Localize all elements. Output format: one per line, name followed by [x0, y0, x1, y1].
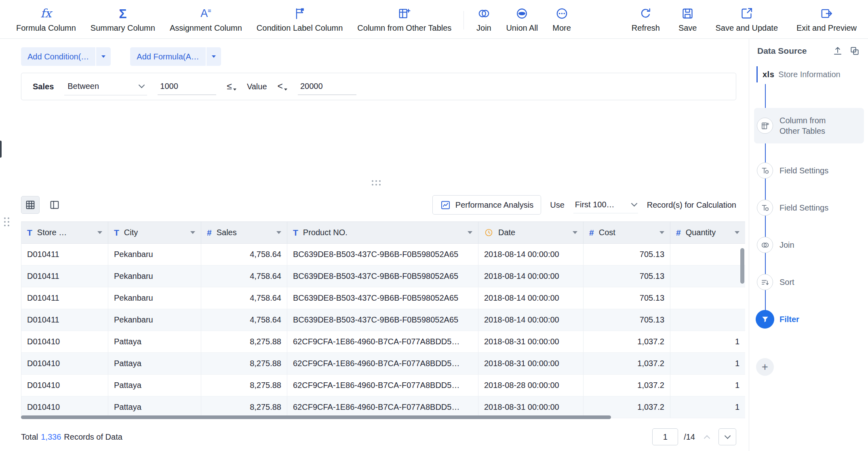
table-cell: 1	[670, 353, 745, 374]
pipeline-step-filter[interactable]: Filter	[749, 309, 868, 329]
next-page-button[interactable]	[718, 428, 736, 445]
table-cell: 4,758.64	[201, 309, 287, 331]
column-header-quantity[interactable]: #Quantity	[670, 222, 745, 243]
upload-icon[interactable]	[832, 46, 843, 56]
chevron-up-icon	[704, 435, 710, 441]
page-input[interactable]: 1	[652, 428, 678, 445]
column-menu-caret-icon[interactable]	[190, 231, 195, 234]
max-operator-select[interactable]: <	[278, 81, 287, 93]
toolbar-item-label: Summary Column	[91, 23, 155, 33]
prev-page-button[interactable]	[701, 428, 713, 445]
toolbar-item-save-and-update[interactable]: Save and Update	[715, 6, 778, 33]
add-condition-button[interactable]: Add Condition(…	[21, 47, 111, 66]
panel-view-icon	[49, 199, 60, 211]
table-row[interactable]: D010411Pekanbaru4,758.64BC639DE8-B503-43…	[21, 287, 745, 309]
table-cell: BC639DE8-B503-437C-9B6B-F0B598052A65	[287, 309, 478, 331]
splitter-handle[interactable]	[372, 180, 383, 188]
min-value-input[interactable]: 1000	[158, 78, 216, 95]
toolbar-item-union-all[interactable]: Union All	[506, 6, 538, 33]
grid-view-button[interactable]	[21, 196, 40, 214]
toolbar-item-assignment-column[interactable]: A=Assignment Column	[170, 6, 242, 33]
panel-view-button[interactable]	[45, 196, 64, 214]
column-header-city[interactable]: TCity	[108, 222, 201, 243]
table-cell: Pekanbaru	[108, 287, 201, 309]
more-icon	[554, 6, 569, 21]
total-records: Total 1,336 Records of Data	[21, 432, 122, 442]
left-drag-handle[interactable]	[4, 217, 11, 228]
toolbar-item-exit-and-preview[interactable]: Exit and Preview	[796, 6, 857, 33]
column-header-date[interactable]: Date	[478, 222, 584, 243]
table-cell: 2018-08-31 00:00:00	[478, 331, 584, 352]
table-toolbar: Performance Analysis Use First 100… Reco…	[21, 192, 745, 217]
column-label: Cost	[599, 228, 615, 237]
pipeline-step-join[interactable]: Join	[749, 235, 868, 255]
table-row[interactable]: D010410Pattaya8,275.8862CF9CFA-1E86-4960…	[21, 396, 745, 418]
add-condition-label[interactable]: Add Condition(…	[21, 47, 95, 66]
table-cell: 8,275.88	[201, 353, 287, 374]
toolbar-item-join[interactable]: Join	[476, 6, 491, 33]
table-cell: 1,037.2	[584, 353, 670, 374]
panel-collapse-handle[interactable]	[0, 141, 2, 158]
toolbar-item-formula-column[interactable]: fxFormula Column	[16, 6, 76, 33]
toolbar-item-save[interactable]: Save	[678, 6, 697, 33]
toolbar-item-summary-column[interactable]: ΣSummary Column	[91, 6, 155, 33]
performance-analysis-button[interactable]: Performance Analysis	[432, 195, 541, 215]
toolbar-item-label: Refresh	[632, 23, 660, 33]
table-row[interactable]: D010410Pattaya8,275.8862CF9CFA-1E86-4960…	[21, 353, 745, 375]
table-cell: 62CF9CFA-1E86-4960-B7CA-F077A8BDD5…	[287, 331, 478, 352]
operator-select[interactable]: Between	[64, 78, 147, 95]
table-row[interactable]: D010410Pattaya8,275.8862CF9CFA-1E86-4960…	[21, 331, 745, 353]
vertical-scrollbar[interactable]	[740, 248, 744, 284]
record-range-select[interactable]: First 100…	[573, 196, 638, 213]
table-cell: BC639DE8-B503-437C-9B6B-F0B598052A65	[287, 244, 478, 265]
table-row[interactable]: D010411Pekanbaru4,758.64BC639DE8-B503-43…	[21, 309, 745, 331]
column-menu-caret-icon[interactable]	[468, 231, 472, 234]
add-formula-dropdown[interactable]	[206, 47, 221, 66]
horizontal-scrollbar[interactable]	[21, 415, 611, 419]
column-menu-caret-icon[interactable]	[659, 231, 664, 234]
column-menu-caret-icon[interactable]	[276, 231, 281, 234]
table-cell: 1,037.2	[584, 375, 670, 396]
source-item[interactable]: xls Store Information	[756, 66, 868, 82]
toolbar-item-refresh[interactable]: Refresh	[632, 6, 660, 33]
add-step-button[interactable]: +	[756, 358, 774, 376]
pipeline-steps: Column from Other TablesField SettingsFi…	[749, 108, 868, 329]
table-header-row: TStore …TCity#SalesTProduct NO.Date#Cost…	[21, 221, 745, 244]
toolbar-item-condition-label-column[interactable]: Condition Label Column	[257, 6, 343, 33]
table-cell: D010411	[21, 266, 108, 287]
table-row[interactable]: D010411Pekanbaru4,758.64BC639DE8-B503-43…	[21, 266, 745, 287]
value-label: Value	[247, 82, 267, 91]
max-value-input[interactable]: 20000	[298, 78, 356, 95]
step-label: Filter	[780, 314, 799, 325]
step-label: Column from Other Tables	[780, 115, 840, 136]
column-menu-caret-icon[interactable]	[97, 231, 102, 234]
pipeline-step-column-from-other-tables[interactable]: Column from Other Tables	[754, 108, 864, 143]
column-header-store[interactable]: TStore …	[21, 222, 108, 243]
layout-switch-icon[interactable]	[849, 46, 860, 56]
column-header-sales[interactable]: #Sales	[201, 222, 287, 243]
total-count-link[interactable]: 1,336	[41, 432, 61, 442]
min-operator-select[interactable]: ≤	[227, 81, 236, 93]
column-header-product-no[interactable]: TProduct NO.	[287, 222, 478, 243]
add-formula-label[interactable]: Add Formula(A…	[130, 47, 206, 66]
table-row[interactable]: D010410Pattaya8,275.8862CF9CFA-1E86-4960…	[21, 375, 745, 396]
toolbar-item-more[interactable]: More	[552, 6, 571, 33]
table-cell: 62CF9CFA-1E86-4960-B7CA-F077A8BDD5…	[287, 375, 478, 396]
add-formula-button[interactable]: Add Formula(A…	[130, 47, 221, 66]
total-prefix: Total	[21, 432, 38, 442]
table-plus-icon	[757, 118, 773, 134]
pipeline-step-field-settings[interactable]: Field Settings	[749, 160, 868, 181]
save-update-icon	[739, 6, 754, 21]
table-cell: 2018-08-14 00:00:00	[478, 266, 584, 287]
toolbar-item-column-from-other-tables[interactable]: Column from Other Tables	[357, 6, 451, 33]
column-header-cost[interactable]: #Cost	[584, 222, 670, 243]
table-cell	[670, 266, 745, 287]
column-label: Store …	[37, 228, 67, 237]
table-row[interactable]: D010411Pekanbaru4,758.64BC639DE8-B503-43…	[21, 244, 745, 266]
column-menu-caret-icon[interactable]	[573, 231, 577, 234]
column-menu-caret-icon[interactable]	[735, 231, 739, 234]
pipeline-step-field-settings[interactable]: Field Settings	[749, 198, 868, 218]
add-condition-dropdown[interactable]	[96, 47, 111, 66]
pipeline-step-sort[interactable]: Sort	[749, 272, 868, 292]
chart-icon	[440, 200, 451, 211]
